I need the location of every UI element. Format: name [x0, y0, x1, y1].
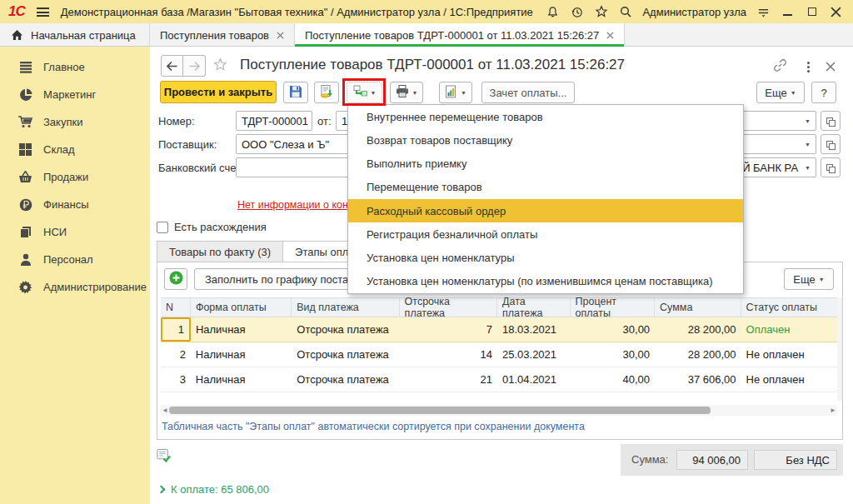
menu-item-cash-outflow-order[interactable]: Расходный кассовый ордер: [348, 199, 743, 222]
minimize-icon[interactable]: [781, 5, 795, 19]
menu-item-return-to-supplier[interactable]: Возврат товаров поставщику: [348, 128, 743, 152]
search-icon[interactable]: [618, 5, 632, 19]
chevron-right-icon: [157, 486, 166, 494]
post-document-button[interactable]: [314, 82, 339, 103]
table-row[interactable]: 3 Наличная Отсрочка платежа 21 01.04.202…: [161, 367, 837, 392]
column-header[interactable]: Статус оплаты: [741, 298, 837, 317]
column-header[interactable]: Дата платежа: [497, 298, 571, 317]
scrollbar-thumb[interactable]: [169, 407, 711, 414]
forward-button[interactable]: [183, 55, 206, 77]
save-button[interactable]: [283, 82, 308, 103]
cell-sum[interactable]: 28 200,00: [655, 317, 741, 342]
sidebar-item-zakupki[interactable]: Закупки: [0, 108, 150, 136]
menu-item-set-prices[interactable]: Установка цен номенклатуры: [348, 247, 743, 270]
cell-payment-form[interactable]: Наличная: [191, 367, 292, 392]
to-pay-expander[interactable]: К оплате: 65 806,00: [158, 483, 269, 496]
add-row-button[interactable]: [164, 268, 187, 290]
open-button[interactable]: [821, 157, 841, 177]
table-more-button[interactable]: Еще ▼: [784, 268, 834, 290]
tab-postuplenie-tovarov-active[interactable]: Поступление товаров ТДРТ-000001 от 11.03…: [295, 23, 625, 47]
horizontal-scrollbar[interactable]: ◄ ►: [161, 405, 837, 416]
open-button[interactable]: [821, 111, 841, 131]
print-button[interactable]: ▼: [390, 82, 423, 103]
cell-payment-kind[interactable]: Отсрочка платежа: [292, 342, 399, 367]
maximize-icon[interactable]: [805, 5, 819, 19]
table-row[interactable]: 2 Наличная Отсрочка платежа 14 25.03.202…: [161, 342, 837, 367]
help-button[interactable]: ?: [811, 82, 836, 103]
cell-sum[interactable]: 28 200,00: [655, 342, 741, 367]
tab-goods-by-fact[interactable]: Товары по факту (3): [157, 241, 283, 262]
cell-payment-form[interactable]: Наличная: [191, 317, 292, 342]
cell-payment-date[interactable]: 01.04.2021: [497, 367, 571, 392]
favorites-star-icon[interactable]: [594, 5, 608, 19]
scroll-left-icon[interactable]: ◄: [161, 407, 169, 414]
get-link-icon[interactable]: [773, 58, 787, 72]
scroll-right-icon[interactable]: ►: [829, 407, 837, 414]
vertical-scrollbar[interactable]: [837, 297, 842, 401]
payment-offset-button[interactable]: Зачет оплаты...: [481, 82, 575, 103]
cell-payment-date[interactable]: 25.03.2021: [497, 342, 571, 367]
sidebar-item-prodazhi[interactable]: Продажи: [0, 163, 150, 191]
window-close-icon[interactable]: [829, 5, 843, 19]
current-user[interactable]: Администратор узла: [642, 6, 746, 18]
menu-item-cashless-payment[interactable]: Регистрация безналичной оплаты: [348, 222, 743, 246]
tab-postupleniya-tovarov[interactable]: Поступления товаров: [150, 23, 295, 47]
tab-close-icon[interactable]: [277, 32, 284, 39]
dropdown-arrow-icon[interactable]: ▼: [805, 118, 811, 124]
post-and-close-button[interactable]: Провести и закрыть: [160, 81, 277, 103]
cell-payment-form[interactable]: Наличная: [191, 342, 292, 367]
more-dots-icon[interactable]: [801, 60, 816, 74]
menu-item-perform-acceptance[interactable]: Выполнить приемку: [348, 152, 743, 176]
dropdown-arrow-icon[interactable]: ▼: [805, 165, 811, 171]
tab-home[interactable]: Начальная страница: [0, 23, 150, 47]
favorite-star-icon[interactable]: [213, 57, 227, 72]
cell-status[interactable]: Не оплачен: [741, 342, 837, 367]
cell-deferral[interactable]: 21: [400, 367, 497, 392]
column-header[interactable]: Форма оплаты: [191, 298, 292, 317]
cell-deferral[interactable]: 7: [400, 317, 497, 342]
column-header[interactable]: Отсрочка платежа: [400, 298, 497, 317]
table-row[interactable]: 1 Наличная Отсрочка платежа 7 18.03.2021…: [161, 317, 837, 342]
cell-sum[interactable]: 37 606,00: [655, 367, 741, 392]
column-header[interactable]: Сумма: [655, 298, 741, 317]
sidebar-item-administrirovanie[interactable]: Администрирование: [0, 273, 150, 301]
sidebar-item-glavnoe[interactable]: Главное: [0, 53, 150, 81]
tab-close-icon[interactable]: [606, 32, 614, 39]
cell-percent[interactable]: 40,00: [571, 367, 656, 392]
bell-icon[interactable]: [546, 5, 560, 19]
reports-button[interactable]: ▼: [439, 82, 472, 103]
discrepancy-checkbox[interactable]: [157, 222, 168, 233]
back-button[interactable]: [161, 55, 183, 77]
cell-payment-kind[interactable]: Отсрочка платежа: [292, 317, 399, 342]
menu-item-internal-transfer[interactable]: Внутреннее перемещение товаров: [348, 105, 743, 128]
no-contact-info-link[interactable]: Нет информации о кон: [237, 199, 348, 211]
more-button[interactable]: Еще ▼: [756, 82, 805, 103]
menu-item-goods-transfer[interactable]: Перемещение товаров: [348, 176, 743, 199]
main-menu-icon[interactable]: [37, 7, 49, 17]
cell-n[interactable]: 1: [161, 317, 191, 342]
cell-percent[interactable]: 30,00: [571, 342, 656, 367]
cell-percent[interactable]: 30,00: [571, 317, 656, 342]
cell-payment-kind[interactable]: Отсрочка платежа: [292, 367, 399, 392]
dropdown-arrow-icon[interactable]: ▼: [805, 142, 811, 147]
cell-status[interactable]: Не оплачен: [741, 367, 837, 392]
sidebar-item-finansy[interactable]: Финансы: [0, 191, 150, 218]
number-input[interactable]: ТДРТ-000001: [236, 111, 312, 131]
cell-status[interactable]: Оплачен: [741, 317, 837, 342]
sidebar-item-sklad[interactable]: Склад: [0, 136, 150, 163]
document-close-icon[interactable]: [823, 59, 837, 73]
column-header[interactable]: Вид платежа: [292, 298, 399, 317]
column-header[interactable]: Процент оплаты: [571, 298, 656, 317]
column-header[interactable]: N: [161, 298, 191, 317]
cell-n[interactable]: 2: [161, 342, 191, 367]
menu-item-set-prices-changed[interactable]: Установка цен номенклатуры (по изменивши…: [348, 270, 743, 293]
sidebar-item-nsi[interactable]: НСИ: [0, 218, 150, 246]
cell-n[interactable]: 3: [161, 367, 191, 392]
sidebar-item-marketing[interactable]: Маркетинг: [0, 81, 150, 108]
history-icon[interactable]: [570, 5, 584, 19]
cell-payment-date[interactable]: 18.03.2021: [497, 317, 571, 342]
open-button[interactable]: [821, 134, 841, 154]
sidebar-item-personal[interactable]: Персонал: [0, 246, 150, 273]
cell-deferral[interactable]: 14: [400, 342, 497, 367]
service-menu-icon[interactable]: [756, 5, 771, 19]
